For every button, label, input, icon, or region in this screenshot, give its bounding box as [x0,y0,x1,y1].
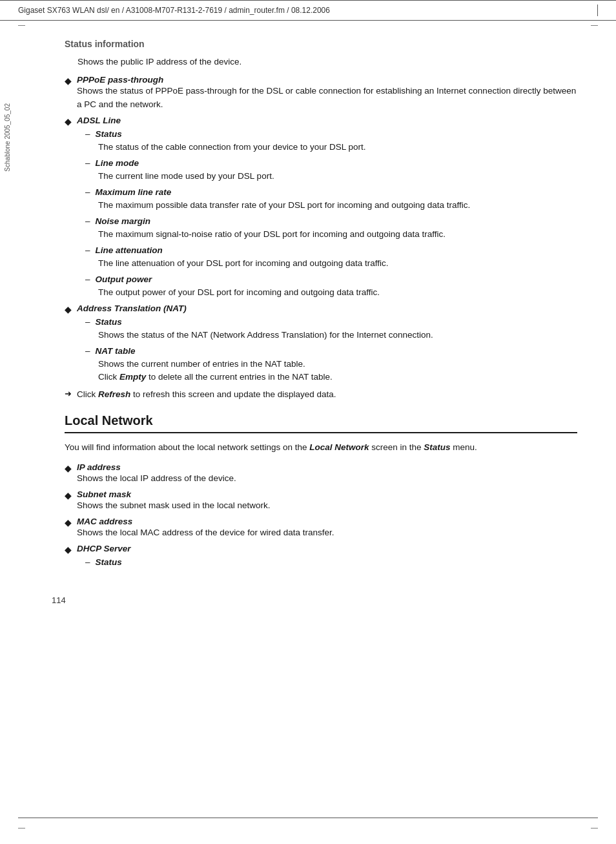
nat-table-click-part3: to delete all the current entries in the… [146,372,332,382]
diamond-icon-mac: ◆ [65,517,72,528]
intro-part3: menu. [451,442,477,452]
bullet-pppoe: ◆ PPPoE pass-through Shows the status of… [65,75,577,112]
bullet-content-dhcp: DHCP Server [77,544,131,553]
header-bar: Gigaset SX763 WLAN dsl/ en / A31008-M707… [0,0,616,21]
nat-status-text: Shows the status of the NAT (Network Add… [98,329,577,342]
corner-mark-tr: — [591,21,598,28]
corner-mark-br: — [591,823,598,831]
sub-item-line-attenuation: – Line attenuation The line attenuation … [85,245,577,271]
sub-item-nat-table: – NAT table Shows the current number of … [85,346,577,385]
bullet-item-nat: ◆ Address Translation (NAT) [65,304,577,314]
nat-label: Address Translation (NAT) [77,304,187,313]
noise-margin-label: Noise margin [96,216,151,226]
dash-icon: – [85,557,90,567]
line-attenuation-label: Line attenuation [96,245,163,255]
pppoe-label: PPPoE pass-through [77,75,163,85]
noise-margin-text: The maximum signal-to-noise ratio of you… [98,228,577,242]
arrow-refresh-bold: Refresh [98,389,130,399]
bullet-content-mac: MAC address Shows the local MAC address … [77,517,334,540]
adsl-sub-items: – Status The status of the cable connect… [85,129,577,300]
dhcp-sub-items: – Status [85,557,577,567]
nat-sub-items: – Status Shows the status of the NAT (Ne… [85,317,577,385]
page-container: Gigaset SX763 WLAN dsl/ en / A31008-M707… [0,0,616,844]
arrow-note-text: Click Refresh to refresh this screen and… [77,388,336,402]
subnet-label: Subnet mask [77,489,131,499]
status-intro-text: Shows the public IP address of the devic… [77,56,577,68]
corner-mark-tl: — [18,21,25,28]
dash-icon: – [85,274,90,284]
local-network-title: Local Network [65,413,577,433]
sub-item-nat-table-header: – NAT table [85,346,577,356]
arrow-note: ➜ Click Refresh to refresh this screen a… [65,388,577,402]
sub-item-adsl-status: – Status The status of the cable connect… [85,129,577,154]
bullet-item-pppoe: ◆ PPPoE pass-through Shows the status of… [65,75,577,112]
arrow-text-part2: to refresh this screen and update the di… [130,389,336,399]
bottom-border [18,818,598,818]
bullet-content-nat: Address Translation (NAT) [77,304,187,313]
diamond-icon-pppoe: ◆ [65,76,72,86]
pppoe-text: Shows the status of PPPoE pass-through f… [77,85,577,112]
diamond-icon-adsl: ◆ [65,116,72,127]
sub-item-dhcp-status-header: – Status [85,557,577,567]
status-information-title: Status information [65,39,577,49]
dash-icon: – [85,216,90,226]
dash-icon: – [85,187,90,197]
intro-part2: screen in the [369,442,424,452]
side-label: Schablone 2005_05_02 [4,103,11,172]
intro-bold2: Status [424,442,450,452]
nat-status-label: Status [96,317,122,327]
dash-icon: – [85,245,90,255]
dash-icon: – [85,129,90,139]
sub-item-noise-margin-header: – Noise margin [85,216,577,226]
page-number: 114 [52,595,616,605]
sub-item-max-line-rate: – Maximum line rate The maximum possible… [85,187,577,212]
bullet-subnet-mask: ◆ Subnet mask Shows the subnet mask used… [65,489,577,513]
local-network-intro: You will find information about the loca… [65,441,577,455]
nat-table-click-text: Click Empty to delete all the current en… [98,372,333,382]
dhcp-label: DHCP Server [77,544,131,553]
diamond-icon-ip: ◆ [65,463,72,473]
content-area: Status information Shows the public IP a… [13,21,616,582]
bullet-adsl: ◆ ADSL Line – Status The status of the c… [65,116,577,300]
sub-item-line-mode: – Line mode The current line mode used b… [85,158,577,183]
bullet-item-subnet: ◆ Subnet mask Shows the subnet mask used… [65,489,577,513]
diamond-icon-subnet: ◆ [65,490,72,500]
max-line-rate-text: The maximum possible data transfer rate … [98,199,577,212]
bullet-content-pppoe: PPPoE pass-through Shows the status of P… [77,75,577,112]
sub-item-dhcp-status: – Status [85,557,577,567]
sub-item-max-line-rate-header: – Maximum line rate [85,187,577,197]
bullet-ip-address: ◆ IP address Shows the local IP address … [65,462,577,486]
nat-table-click-part2: Click [98,372,119,382]
sub-item-output-power-header: – Output power [85,274,577,284]
bullet-dhcp-server: ◆ DHCP Server – Status [65,544,577,567]
dhcp-status-label: Status [96,557,122,567]
bullet-content-ip: IP address Shows the local IP address of… [77,462,236,486]
adsl-status-text: The status of the cable connection from … [98,141,577,154]
bullet-mac-address: ◆ MAC address Shows the local MAC addres… [65,517,577,540]
subnet-text: Shows the subnet mask used in the local … [77,499,270,513]
intro-part1: You will find information about the loca… [65,442,309,452]
bullet-item-dhcp: ◆ DHCP Server [65,544,577,555]
intro-bold1: Local Network [309,442,369,452]
line-mode-text: The current line mode used by your DSL p… [98,170,577,183]
line-attenuation-text: The line attenuation of your DSL port fo… [98,257,577,271]
nat-table-text: Shows the current number of entries in t… [98,358,577,385]
bullet-item-adsl: ◆ ADSL Line [65,116,577,127]
bullet-content-subnet: Subnet mask Shows the subnet mask used i… [77,489,270,513]
corner-mark-bl: — [18,823,25,831]
diamond-icon-dhcp: ◆ [65,544,72,555]
sub-item-adsl-status-header: – Status [85,129,577,139]
header-divider [597,5,598,16]
mac-label: MAC address [77,517,132,526]
sub-item-output-power: – Output power The output power of your … [85,274,577,300]
bullet-item-mac: ◆ MAC address Shows the local MAC addres… [65,517,577,540]
header-title: Gigaset SX763 WLAN dsl/ en / A31008-M707… [18,6,330,15]
output-power-text: The output power of your DSL port for in… [98,286,577,300]
nat-table-empty-bold: Empty [119,372,146,382]
dash-icon: – [85,317,90,327]
sub-item-noise-margin: – Noise margin The maximum signal-to-noi… [85,216,577,242]
line-mode-label: Line mode [96,158,139,168]
bullet-content-adsl: ADSL Line [77,116,121,125]
diamond-icon-nat: ◆ [65,304,72,314]
bullet-nat: ◆ Address Translation (NAT) – Status Sho… [65,304,577,385]
